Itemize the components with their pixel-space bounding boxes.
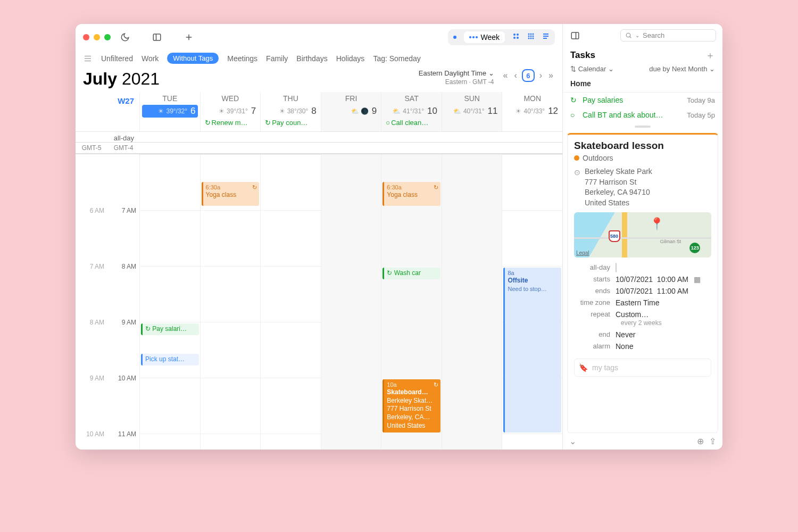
event-offsite[interactable]: 8aOffsiteNeed to stop… (503, 268, 561, 433)
filter-work[interactable]: Work (142, 54, 159, 63)
grid-col-wed[interactable]: ↻6:30aYoga class (200, 154, 261, 450)
allday-event[interactable]: ○Call clean… (384, 118, 439, 128)
zoom-window-button[interactable] (104, 34, 111, 40)
day-header-row: W27 TUE☀ 39°/32°6 WED☀ 39°/31°7↻Renew m…… (76, 92, 562, 132)
month-label: July 2021 (83, 69, 160, 89)
task-row[interactable]: ○Call BT and ask about…Today 5p (563, 107, 722, 122)
grid-col-thu[interactable] (260, 154, 321, 450)
search-icon (625, 32, 632, 39)
time-gutter-right: 7 AM8 AM9 AM10 AM11 AM (107, 154, 139, 450)
day-column-sat[interactable]: SAT⛅ 41°/31°10○Call clean… (381, 92, 442, 131)
grid-col-mon[interactable]: 8aOffsiteNeed to stop… (502, 154, 562, 450)
detail-calendar[interactable]: Outdoors (574, 154, 711, 162)
route-shield-icon: 123 (689, 243, 700, 253)
location-map[interactable]: 📍 580 123 Gilman St Legal (574, 212, 711, 257)
search-input[interactable]: ⌄ Search (620, 29, 716, 41)
dark-mode-icon[interactable] (119, 31, 131, 43)
week-view-button[interactable]: Week (464, 31, 505, 43)
tags-input[interactable]: 🔖my tags (574, 359, 711, 377)
share-icon[interactable]: ⇪ (709, 436, 716, 446)
allday-event[interactable]: ↻Renew m… (203, 118, 259, 128)
prev-month-button[interactable]: « (502, 71, 510, 80)
task-row[interactable]: ↻Pay salariesToday 9a (563, 93, 722, 107)
filter-holidays[interactable]: Holidays (336, 54, 365, 63)
titlebar: Week (76, 24, 562, 51)
next-week-button[interactable]: › (538, 71, 544, 80)
detail-repeat[interactable]: repeatCustom… (574, 309, 711, 320)
detail-timezone[interactable]: time zoneEastern Time (574, 297, 711, 309)
event-pickup[interactable]: Pick up stat… (141, 354, 199, 365)
filter-tag-someday[interactable]: Tag: Someday (373, 54, 421, 63)
detail-title[interactable]: Skateboard lesson (574, 140, 711, 152)
calendar-grid[interactable]: 6 AM7 AM8 AM9 AM10 AM 7 AM8 AM9 AM10 AM1… (76, 154, 562, 450)
day-column-tue[interactable]: TUE☀ 39°/32°6 (139, 92, 200, 131)
svg-point-9 (530, 34, 532, 35)
grid-col-sun[interactable] (442, 154, 502, 450)
day-column-sun[interactable]: SUN⛅ 40°/31°11 (442, 92, 502, 131)
svg-point-8 (528, 34, 530, 35)
day-column-thu[interactable]: THU☀ 38°/30°8↻Pay coun… (260, 92, 321, 131)
filter-unfiltered[interactable]: Unfiltered (101, 54, 133, 63)
svg-point-10 (533, 34, 534, 35)
detail-alarm[interactable]: alarmNone (574, 340, 711, 352)
add-task-button[interactable]: ＋ (705, 49, 715, 62)
filter-family[interactable]: Family (266, 54, 288, 63)
grid-col-fri[interactable] (321, 154, 381, 450)
detail-ends[interactable]: ends10/07/2021 11:00 AM (574, 285, 711, 297)
tasks-title: Tasks (570, 50, 595, 61)
search-placeholder: Search (643, 31, 664, 39)
timezone-picker[interactable]: Eastern Daylight Time ⌄ Eastern · GMT -4 (419, 69, 494, 86)
add-icon[interactable]: ⊕ (697, 436, 704, 446)
month-view-button[interactable] (527, 32, 535, 42)
event-yoga-sat[interactable]: ↻6:30aYoga class (383, 182, 440, 206)
event-detail-panel: Skateboard lesson Outdoors ⊙ Berkeley Sk… (567, 133, 718, 433)
sort-by-calendar[interactable]: ⇅ Calendar ⌄ (570, 65, 614, 73)
svg-point-4 (513, 34, 516, 36)
event-pay-salaries[interactable]: ↻ Pay salari… (141, 323, 199, 335)
gutter-tz-right: GMT-4 (107, 144, 139, 152)
grid-col-tue[interactable]: ↻ Pay salari… Pick up stat… (139, 154, 200, 450)
map-legal-link[interactable]: Legal (576, 250, 589, 256)
detail-starts[interactable]: starts10/07/2021 10:00 AM ▦ (574, 273, 711, 285)
collapse-icon[interactable]: ⌄ (569, 436, 576, 446)
biweek-view-button[interactable] (512, 32, 520, 42)
sort-by-due[interactable]: due by Next Month ⌄ (649, 65, 715, 73)
next-month-button[interactable]: » (547, 71, 555, 80)
filter-birthdays[interactable]: Birthdays (296, 54, 327, 63)
prev-week-button[interactable]: ‹ (512, 71, 518, 80)
detail-repeat-sub: every 2 weeks (574, 319, 711, 327)
allday-checkbox[interactable] (616, 263, 617, 272)
map-pin-icon: 📍 (650, 217, 664, 231)
filter-menu-icon[interactable] (83, 54, 93, 63)
detail-location[interactable]: ⊙ Berkeley Skate Park777 Harrison StBerk… (574, 167, 711, 208)
panel-toggle-icon[interactable] (569, 30, 581, 41)
drag-handle[interactable] (635, 126, 651, 128)
view-switcher: Week (448, 29, 555, 45)
week-number: W27 (76, 92, 139, 131)
main-pane: Week Unfiltered Work Without Tags Meetin… (76, 24, 563, 450)
event-yoga-wed[interactable]: ↻6:30aYoga class (202, 182, 260, 206)
filter-without-tags[interactable]: Without Tags (167, 53, 219, 64)
grid-col-sat[interactable]: ↻6:30aYoga class ↻ Wash car ↻10aSkateboa… (381, 154, 442, 450)
day-column-wed[interactable]: WED☀ 39°/31°7↻Renew m… (200, 92, 261, 131)
calendar-icon[interactable]: ▦ (692, 275, 701, 284)
today-button[interactable]: 6 (522, 69, 535, 82)
sidebar-toggle-icon[interactable] (151, 31, 163, 43)
day-column-mon[interactable]: MON☀ 40°/33°12 (502, 92, 562, 131)
time-gutter-left: 6 AM7 AM8 AM9 AM10 AM (76, 154, 107, 450)
detail-end[interactable]: endNever (574, 329, 711, 340)
svg-point-15 (530, 38, 532, 39)
list-view-button[interactable] (542, 32, 550, 42)
event-wash-car[interactable]: ↻ Wash car (383, 268, 440, 279)
new-event-button[interactable] (183, 31, 195, 43)
minimize-window-button[interactable] (94, 34, 100, 40)
tasks-group-home[interactable]: Home (563, 77, 722, 93)
filter-meetings[interactable]: Meetings (227, 54, 257, 63)
close-window-button[interactable] (83, 34, 89, 40)
day-view-button[interactable] (453, 36, 456, 39)
highway-shield-icon: 580 (609, 230, 620, 242)
allday-event[interactable]: ↻Pay coun… (263, 118, 319, 128)
day-column-fri[interactable]: FRI⛅ 🌑9 (321, 92, 381, 131)
event-skateboard[interactable]: ↻10aSkateboard…Berkeley Skat…777 Harriso… (383, 379, 440, 433)
inspector-sidebar: ⌄ Search Tasks ＋ ⇅ Calendar ⌄ due by Nex… (563, 24, 722, 450)
